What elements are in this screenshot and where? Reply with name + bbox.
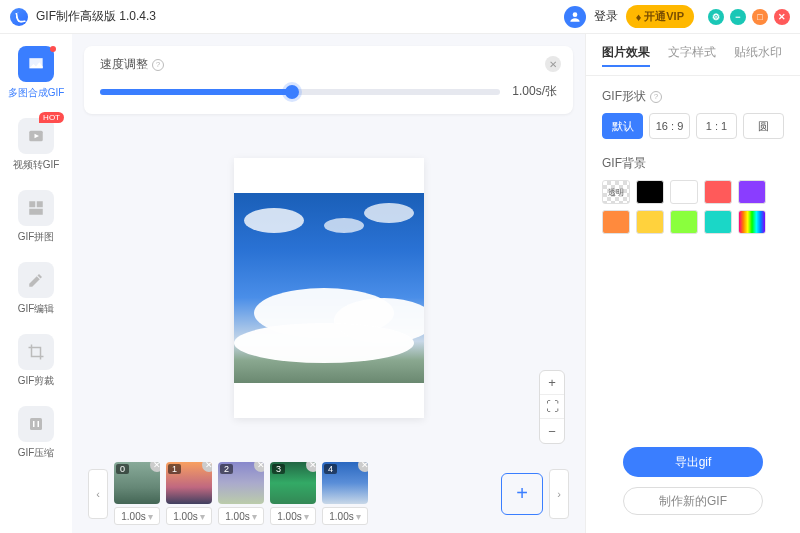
close-speed-icon[interactable]: ✕ (545, 56, 561, 72)
svg-rect-2 (29, 201, 35, 207)
help-icon[interactable]: ? (650, 91, 662, 103)
minimize-icon[interactable]: − (730, 9, 746, 25)
shape-circle[interactable]: 圆 (743, 113, 784, 139)
bg-color-picker[interactable] (738, 210, 766, 234)
thumbs-prev-button[interactable]: ‹ (88, 469, 108, 519)
bg-color-swatch[interactable] (738, 180, 766, 204)
thumb-delete-icon[interactable]: ✕ (306, 462, 316, 472)
thumb-delete-icon[interactable]: ✕ (150, 462, 160, 472)
sidebar-item-compress[interactable]: GIF压缩 (6, 406, 66, 460)
thumb-delete-icon[interactable]: ✕ (358, 462, 368, 472)
zoom-fit-button[interactable]: ⛶ (540, 395, 564, 419)
zoom-out-button[interactable]: − (540, 419, 564, 443)
speed-label: 速度调整 (100, 56, 148, 73)
thumb-delete-icon[interactable]: ✕ (254, 462, 264, 472)
bg-color-swatch[interactable] (704, 210, 732, 234)
bg-color-swatch[interactable] (670, 210, 698, 234)
zoom-in-button[interactable]: + (540, 371, 564, 395)
shape-default[interactable]: 默认 (602, 113, 643, 139)
shape-section-label: GIF形状 (602, 88, 646, 105)
tab-effects[interactable]: 图片效果 (602, 44, 650, 67)
close-icon[interactable]: ✕ (774, 9, 790, 25)
sidebar-item-video[interactable]: HOT 视频转GIF (6, 118, 66, 172)
bg-section-label: GIF背景 (602, 155, 646, 172)
help-icon[interactable]: ? (152, 59, 164, 71)
vip-button[interactable]: 开通VIP (626, 5, 694, 28)
bg-transparent[interactable]: 透明 (602, 180, 630, 204)
thumb-2[interactable]: 2✕1.00s ▾ (218, 462, 264, 525)
thumb-time[interactable]: 1.00s ▾ (322, 507, 368, 525)
thumb-time[interactable]: 1.00s ▾ (218, 507, 264, 525)
bg-color-swatch[interactable] (704, 180, 732, 204)
login-link[interactable]: 登录 (594, 8, 618, 25)
speed-slider[interactable] (100, 89, 500, 95)
svg-rect-3 (37, 201, 43, 207)
app-title: GIF制作高级版 1.0.4.3 (36, 8, 156, 25)
bg-color-swatch[interactable] (670, 180, 698, 204)
bg-color-swatch[interactable] (602, 210, 630, 234)
sidebar-item-crop[interactable]: GIF剪裁 (6, 334, 66, 388)
thumb-delete-icon[interactable]: ✕ (202, 462, 212, 472)
export-button[interactable]: 导出gif (623, 447, 763, 477)
app-logo (10, 8, 28, 26)
avatar-icon[interactable] (564, 6, 586, 28)
sidebar: 多图合成GIF HOT 视频转GIF GIF拼图 GIF编辑 GIF剪裁 GIF… (0, 34, 72, 533)
preview-canvas (234, 158, 424, 418)
thumb-0[interactable]: 0✕1.00s ▾ (114, 462, 160, 525)
svg-rect-4 (29, 209, 43, 215)
thumb-1[interactable]: 1✕1.00s ▾ (166, 462, 212, 525)
sidebar-item-multi-image[interactable]: 多图合成GIF (6, 46, 66, 100)
settings-icon[interactable]: ⚙ (708, 9, 724, 25)
thumb-4[interactable]: 4✕1.00s ▾ (322, 462, 368, 525)
shape-16-9[interactable]: 16 : 9 (649, 113, 690, 139)
sidebar-item-collage[interactable]: GIF拼图 (6, 190, 66, 244)
thumb-time[interactable]: 1.00s ▾ (270, 507, 316, 525)
bg-color-swatch[interactable] (636, 210, 664, 234)
bg-color-swatch[interactable] (636, 180, 664, 204)
maximize-icon[interactable]: □ (752, 9, 768, 25)
add-frame-button[interactable]: + (501, 473, 543, 515)
shape-1-1[interactable]: 1 : 1 (696, 113, 737, 139)
tab-text[interactable]: 文字样式 (668, 44, 716, 67)
thumb-time[interactable]: 1.00s ▾ (114, 507, 160, 525)
tab-sticker[interactable]: 贴纸水印 (734, 44, 782, 67)
thumb-time[interactable]: 1.00s ▾ (166, 507, 212, 525)
new-gif-button[interactable]: 制作新的GIF (623, 487, 763, 515)
thumbs-next-button[interactable]: › (549, 469, 569, 519)
svg-rect-5 (30, 418, 42, 430)
svg-point-0 (572, 12, 577, 17)
speed-value: 1.00s/张 (512, 83, 557, 100)
speed-card: ✕ 速度调整 ? 1.00s/张 (84, 46, 573, 114)
thumb-3[interactable]: 3✕1.00s ▾ (270, 462, 316, 525)
sidebar-item-edit[interactable]: GIF编辑 (6, 262, 66, 316)
